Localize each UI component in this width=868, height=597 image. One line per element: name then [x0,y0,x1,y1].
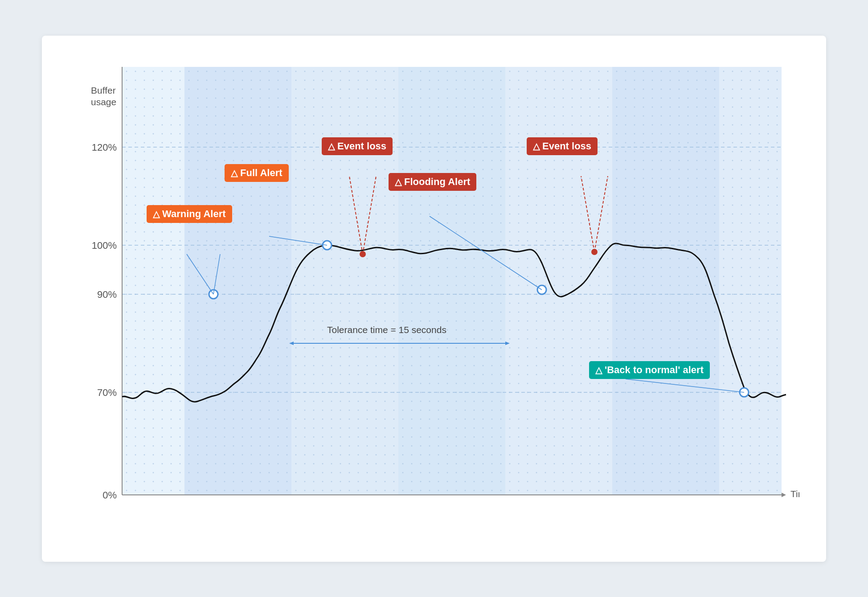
svg-text:Time: Time [790,489,799,499]
chart-container: 120% 100% 90% 70% 0% Buffer usage Time [42,36,826,562]
svg-text:90%: 90% [97,289,117,300]
svg-text:Buffer: Buffer [91,85,116,95]
svg-text:120%: 120% [92,142,117,153]
svg-text:0%: 0% [102,490,117,501]
chart-area: 120% 100% 90% 70% 0% Buffer usage Time [78,54,799,535]
svg-text:100%: 100% [92,240,117,251]
svg-text:70%: 70% [97,387,117,398]
svg-rect-8 [122,67,782,495]
svg-marker-15 [782,493,786,497]
tolerance-label: Tolerance time = 15 seconds [327,325,446,335]
chart-svg: 120% 100% 90% 70% 0% Buffer usage Time [78,54,799,535]
svg-text:usage: usage [91,97,116,107]
